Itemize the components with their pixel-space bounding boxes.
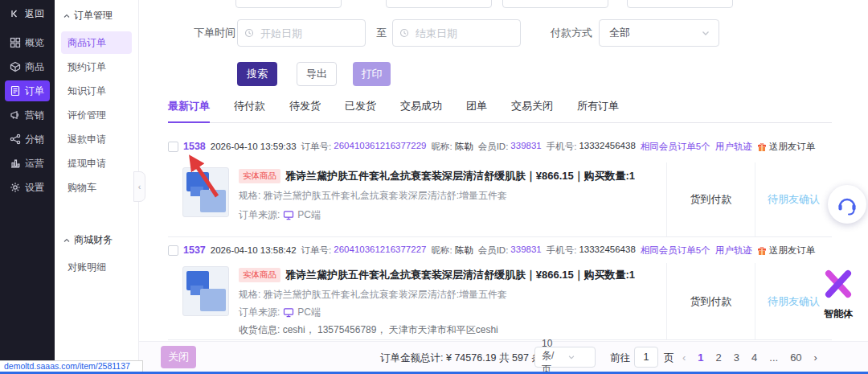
tab-pending-payment[interactable]: 待付款 [234, 99, 265, 122]
user-track-link[interactable]: 用户轨迹 [715, 141, 752, 153]
tab-latest-orders[interactable]: 最新订单 [168, 99, 210, 123]
order-status-tabs: 最新订单 待付款 待发货 已发货 交易成功 团单 交易关闭 所有订单 [168, 99, 832, 123]
order-total-summary: 订单金额总计: ¥ 74576.19 共 597 条 [380, 351, 542, 365]
payment-method-label: 付款方式 [551, 25, 592, 41]
product-title[interactable]: 雅诗兰黛护肤五件套礼盒抗衰套装深层清洁舒缓肌肤｜¥866.15｜购买数量:1 [285, 169, 635, 183]
gift-icon [757, 142, 767, 152]
product-title[interactable]: 雅诗兰黛护肤五件套礼盒抗衰套装深层清洁舒缓肌肤｜¥866.15｜购买数量:1 [285, 268, 635, 282]
order-checkbox[interactable] [168, 142, 178, 152]
order-status-cell: 待朋友确认 [755, 162, 832, 236]
rail-item-distribution[interactable]: 分销 [5, 129, 50, 150]
rail-item-operations[interactable]: 运营 [5, 153, 50, 174]
submenu-item-appointment-orders[interactable]: 预约订单 [61, 55, 132, 78]
marketing-icon [10, 109, 21, 121]
order-no-value[interactable]: 260410361216377229 [334, 141, 426, 153]
chevron-down-icon [561, 353, 595, 361]
gift-order-link[interactable]: 送朋友订单 [757, 245, 816, 257]
tab-transaction-closed[interactable]: 交易关闭 [511, 99, 553, 122]
back-button[interactable]: 返回 [5, 3, 50, 24]
filter-input-cropped-1[interactable] [235, 0, 342, 8]
tab-group-orders[interactable]: 团单 [466, 99, 487, 122]
sidebar-collapse-handle[interactable]: ‹ [133, 171, 145, 202]
filter-input-cropped-4[interactable] [627, 0, 733, 8]
submenu-item-product-orders[interactable]: 商品订单 [61, 31, 132, 54]
order-no-label: 订单号: [301, 245, 332, 257]
gift-order-label: 送朋友订单 [769, 141, 816, 153]
filter-input-cropped-3[interactable] [502, 0, 608, 8]
tab-all-orders[interactable]: 所有订单 [577, 99, 619, 122]
phone-value: 13332456438 [579, 141, 635, 153]
submenu-item-review-management[interactable]: 评价管理 [61, 104, 132, 126]
order-body: 实体商品 雅诗兰黛护肤五件套礼盒抗衰套装深层清洁舒缓肌肤｜¥866.15｜购买数… [168, 263, 832, 339]
rail-item-orders[interactable]: 订单 [5, 80, 50, 101]
export-button[interactable]: 导出 [297, 62, 337, 86]
submenu-item-withdrawal-requests[interactable]: 提现申请 [61, 152, 132, 175]
rail-item-settings[interactable]: 设置 [5, 177, 50, 198]
pagination-page-1[interactable]: 1 [698, 351, 703, 364]
goods-icon [10, 61, 21, 72]
order-product-cell: 实体商品 雅诗兰黛护肤五件套礼盒抗衰套装深层清洁舒缓肌肤｜¥866.15｜购买数… [168, 263, 666, 339]
product-image[interactable] [182, 266, 229, 316]
ai-agent-widget[interactable]: 智能体 [817, 265, 860, 321]
gift-order-label: 送朋友订单 [769, 245, 816, 257]
total-label: 订单金额总计: [380, 352, 443, 364]
print-button[interactable]: 打印 [353, 62, 391, 86]
submenu-item-reconciliation[interactable]: 对账明细 [61, 256, 132, 278]
member-id-value[interactable]: 339831 [510, 245, 541, 257]
pagination-page-4[interactable]: 4 [751, 351, 757, 364]
phone-label: 手机号: [547, 245, 577, 257]
tab-shipped[interactable]: 已发货 [345, 99, 376, 122]
rail-item-marketing[interactable]: 营销 [5, 105, 50, 125]
rail-label: 概览 [25, 36, 44, 50]
payment-method-value: 全部 [600, 26, 701, 40]
order-row: 1537 2026-04-10 13:58:42 订单号:26041036121… [168, 237, 832, 340]
user-track-link[interactable]: 用户轨迹 [715, 245, 752, 257]
tab-transaction-success[interactable]: 交易成功 [400, 99, 442, 122]
order-no-value[interactable]: 260410361216377227 [334, 245, 426, 257]
payment-method-cell: 货到付款 [666, 162, 755, 236]
payment-method-select[interactable]: 全部 [599, 19, 719, 47]
submenu-item-knowledge-orders[interactable]: 知识订单 [61, 80, 132, 102]
tab-pending-shipment[interactable]: 待发货 [289, 99, 321, 122]
back-label: 返回 [25, 7, 44, 21]
gift-order-link[interactable]: 送朋友订单 [757, 141, 816, 153]
order-checkbox[interactable] [168, 245, 178, 256]
submenu-group-finance[interactable]: 商城财务 [55, 224, 138, 254]
order-source-value: PC端 [297, 306, 321, 319]
clock-icon [393, 28, 416, 38]
search-button[interactable]: 搜索 [237, 62, 277, 86]
nickname-label: 昵称: [431, 245, 452, 257]
goto-page-input[interactable] [634, 347, 658, 368]
rail-label: 营销 [25, 109, 44, 122]
rail-item-overview[interactable]: 概览 [5, 32, 50, 53]
same-member-orders-link[interactable]: 相同会员订单5个 [641, 245, 710, 257]
submenu-group-orders[interactable]: 订单管理 [55, 0, 138, 30]
order-id-link[interactable]: 1537 [183, 245, 206, 256]
order-source-value: PC端 [297, 208, 321, 222]
rail-label: 分销 [25, 133, 44, 146]
end-date-input[interactable] [392, 19, 521, 47]
product-type-badge: 实体商品 [239, 268, 280, 282]
close-button[interactable]: 关闭 [161, 346, 196, 368]
pagination-next-icon[interactable]: › [814, 351, 817, 364]
pagination-ellipsis[interactable]: ... [769, 351, 778, 364]
order-id-link[interactable]: 1538 [183, 141, 206, 152]
start-date-input[interactable] [237, 19, 366, 47]
filter-input-cropped-2[interactable] [386, 0, 492, 8]
submenu-item-cart[interactable]: 购物车 [61, 176, 132, 199]
submenu-item-refund-requests[interactable]: 退款申请 [61, 128, 132, 150]
page-size-select[interactable]: 10条/页 [534, 347, 596, 368]
pagination-prev-icon[interactable]: ‹ [682, 351, 686, 364]
pagination-page-60[interactable]: 60 [790, 351, 801, 364]
member-id-value[interactable]: 339831 [510, 141, 541, 153]
chevron-up-icon [63, 12, 71, 20]
pagination-page-2[interactable]: 2 [716, 351, 722, 364]
monitor-icon [283, 210, 294, 220]
rail-label: 订单 [25, 84, 44, 98]
same-member-orders-link[interactable]: 相同会员订单5个 [641, 141, 710, 153]
product-image[interactable] [182, 167, 229, 217]
rail-item-goods[interactable]: 商品 [5, 56, 50, 77]
pagination-page-3[interactable]: 3 [734, 351, 739, 364]
order-time: 2026-04-10 13:58:42 [211, 245, 297, 255]
customer-service-button[interactable] [828, 185, 866, 224]
